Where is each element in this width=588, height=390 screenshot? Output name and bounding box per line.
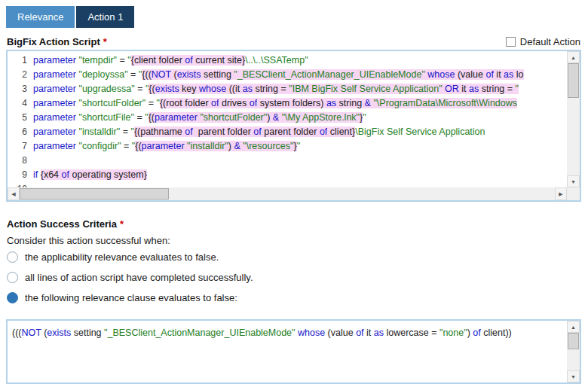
scroll-right-button[interactable]: ▶ bbox=[555, 187, 567, 200]
tab-bar: Relevance Action 1 bbox=[6, 6, 134, 28]
code-text: parameter "shortcutFolder" = "{(root fol… bbox=[33, 96, 517, 111]
code-segment: parameter bbox=[142, 141, 187, 151]
code-line: 2parameter "deployssa" = "{((NOT (exists… bbox=[11, 68, 567, 82]
code-segment: as bbox=[469, 84, 479, 94]
code-segment: parameter bbox=[33, 126, 78, 137]
code-segment: it bbox=[364, 328, 374, 338]
relevance-vertical-scrollbar[interactable]: ▲ ▼ bbox=[567, 321, 580, 382]
code-segment: {( bbox=[149, 112, 155, 123]
default-action-checkbox[interactable] bbox=[506, 37, 516, 47]
action-script-editor[interactable]: 1parameter "tempdir" = "{client folder o… bbox=[6, 50, 581, 202]
code-segment: of bbox=[62, 169, 69, 180]
code-segment: "shortcutFile" bbox=[78, 112, 133, 123]
radio-button[interactable] bbox=[7, 272, 18, 283]
code-line: 6parameter "installdir" = "{(pathname of… bbox=[11, 125, 567, 139]
scroll-down-button[interactable]: ▼ bbox=[567, 175, 580, 187]
tab-action-1[interactable]: Action 1 bbox=[76, 6, 134, 28]
scroll-left-button[interactable]: ◀ bbox=[8, 187, 20, 200]
code-line: 7parameter "configdir" = "{(parameter "i… bbox=[11, 139, 567, 154]
relevance-clause-editor[interactable]: (((NOT (exists setting "_BESClient_Actio… bbox=[6, 319, 581, 384]
code-segment: of bbox=[473, 328, 480, 338]
line-number: 1 bbox=[11, 53, 33, 68]
code-segment: whose bbox=[298, 328, 325, 338]
code-segment: parameter bbox=[33, 55, 78, 66]
code-segment: ((( bbox=[12, 328, 22, 338]
code-segment: \BigFix Self Service Application bbox=[355, 126, 485, 137]
code-line: 10 bbox=[11, 182, 567, 187]
code-segment: key bbox=[179, 84, 199, 94]
code-segment: of bbox=[320, 126, 327, 137]
tab-relevance[interactable]: Relevance bbox=[6, 6, 75, 28]
code-segment: lo bbox=[513, 69, 523, 80]
code-segment: (value bbox=[455, 69, 485, 80]
code-segment: ) bbox=[267, 112, 273, 123]
code-segment: = bbox=[121, 141, 132, 151]
code-segment: exists bbox=[47, 328, 71, 338]
code-segment: lowercase = bbox=[384, 328, 439, 338]
code-segment: string = bbox=[253, 84, 289, 94]
action-script-code[interactable]: 1parameter "tempdir" = "{client folder o… bbox=[8, 51, 567, 187]
scroll-up-button[interactable]: ▲ bbox=[567, 51, 580, 63]
code-segment: "_BESClient_ActionManager_UIEnableMode" bbox=[234, 69, 424, 80]
code-segment: {(root folder bbox=[160, 98, 211, 108]
code-segment: setting bbox=[201, 69, 234, 80]
radio-option-all-lines-completed[interactable]: all lines of action script have complete… bbox=[7, 271, 253, 284]
radio-option-applicability-relevance[interactable]: the applicability relevance evaluates to… bbox=[7, 251, 253, 264]
code-segment: exists bbox=[177, 69, 201, 80]
code-segment: client)) bbox=[481, 328, 512, 338]
code-segment: whose bbox=[199, 84, 226, 94]
scroll-down-button[interactable]: ▼ bbox=[567, 370, 580, 382]
code-segment: parent folder bbox=[262, 126, 320, 137]
scroll-up-button[interactable]: ▲ bbox=[567, 321, 580, 333]
line-number: 7 bbox=[11, 139, 33, 154]
code-segment: "\My AppStore.lnk" bbox=[282, 112, 360, 123]
line-number: 8 bbox=[11, 154, 33, 168]
code-segment: parameter bbox=[33, 112, 78, 123]
code-segment: string = bbox=[479, 84, 515, 94]
radio-option-relevance-clause[interactable]: the following relevance clause evaluates… bbox=[7, 291, 253, 304]
code-segment: current site} bbox=[193, 55, 245, 66]
code-segment: {x64 bbox=[41, 169, 62, 180]
editor-horizontal-scrollbar[interactable]: ◀ ▶ bbox=[8, 187, 567, 200]
radio-button[interactable] bbox=[7, 251, 18, 263]
relevance-vscroll-thumb[interactable] bbox=[568, 333, 579, 349]
action-script-label: BigFix Action Script* bbox=[7, 36, 107, 47]
editor-vertical-scrollbar[interactable]: ▲ ▼ bbox=[567, 51, 580, 187]
code-segment: OR bbox=[445, 84, 459, 94]
radio-button[interactable] bbox=[7, 292, 18, 303]
code-segment: parameter bbox=[33, 141, 78, 151]
code-segment: "deployssa" bbox=[78, 69, 127, 80]
relevance-clause-text[interactable]: (((NOT (exists setting "_BESClient_Actio… bbox=[8, 321, 567, 382]
code-segment: NOT bbox=[22, 328, 41, 338]
code-segment: parameter bbox=[33, 69, 78, 80]
code-segment: if bbox=[33, 169, 41, 180]
code-segment: it bbox=[494, 69, 504, 80]
code-segment: "upgradessa" bbox=[78, 84, 134, 94]
line-number: 4 bbox=[11, 96, 33, 111]
code-segment: = bbox=[145, 98, 156, 108]
editor-hscroll-thumb[interactable] bbox=[20, 188, 169, 200]
line-number: 9 bbox=[11, 168, 33, 182]
code-segment: "shortcutFolder" bbox=[78, 98, 145, 108]
code-segment: as bbox=[243, 84, 253, 94]
code-segment: {( bbox=[135, 141, 141, 151]
code-segment: & bbox=[234, 141, 240, 151]
code-segment: of bbox=[211, 98, 219, 108]
editor-vscroll-thumb[interactable] bbox=[568, 63, 579, 98]
code-text: parameter "deployssa" = "{((NOT (exists … bbox=[33, 68, 524, 82]
code-segment: of bbox=[485, 69, 493, 80]
code-segment: drives bbox=[219, 98, 249, 108]
code-segment: it bbox=[459, 84, 469, 94]
line-number: 2 bbox=[11, 68, 33, 82]
code-segment: of bbox=[356, 328, 363, 338]
code-segment: NOT bbox=[152, 69, 171, 80]
code-segment: "\resources" bbox=[243, 141, 293, 151]
code-segment: "configdir" bbox=[78, 141, 121, 151]
success-criteria-label: Action Success Criteria* bbox=[7, 218, 124, 230]
code-segment: " bbox=[145, 112, 148, 123]
code-segment: system folders) bbox=[257, 98, 326, 108]
code-line: 9if {x64 of operating system} bbox=[11, 168, 567, 182]
code-segment: = bbox=[135, 84, 145, 94]
action-script-label-text: BigFix Action Script bbox=[7, 36, 100, 47]
success-criteria-label-text: Action Success Criteria bbox=[7, 218, 117, 230]
